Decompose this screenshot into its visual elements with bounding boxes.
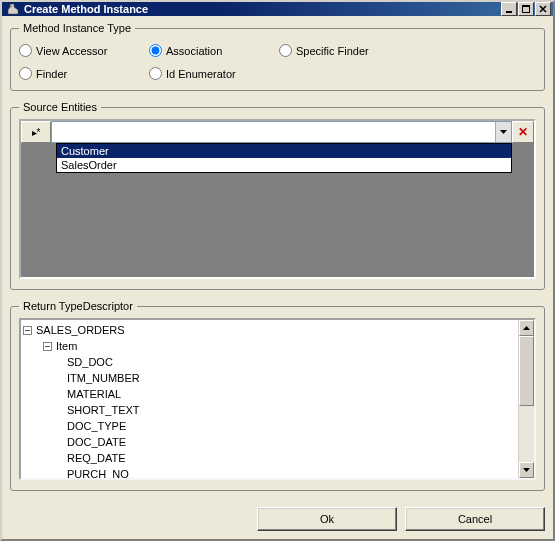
- radio-specific-finder-input[interactable]: [279, 44, 292, 57]
- cancel-button[interactable]: Cancel: [405, 507, 545, 531]
- minimize-button[interactable]: [501, 2, 517, 16]
- source-entities-grid: ▸* ✕ Customer SalesOrder: [19, 119, 536, 279]
- radio-finder[interactable]: Finder: [19, 67, 149, 80]
- source-entities-group: Source Entities ▸* ✕ Customer: [10, 101, 545, 290]
- close-button[interactable]: [535, 2, 551, 16]
- return-type-legend: Return TypeDescriptor: [19, 300, 137, 312]
- maximize-button[interactable]: [518, 2, 534, 16]
- tree-leaf[interactable]: REQ_DATE: [23, 450, 516, 466]
- delete-x-icon: ✕: [518, 125, 528, 139]
- dropdown-item-salesorder[interactable]: SalesOrder: [57, 158, 511, 172]
- radio-association[interactable]: Association: [149, 44, 279, 57]
- svg-rect-2: [522, 5, 530, 7]
- return-type-group: Return TypeDescriptor − SALES_ORDERS − I…: [10, 300, 545, 491]
- scroll-thumb[interactable]: [519, 336, 534, 406]
- titlebar-text: Create Method Instance: [24, 3, 500, 15]
- tree-item[interactable]: − Item: [23, 338, 516, 354]
- tree-leaf[interactable]: DOC_TYPE: [23, 418, 516, 434]
- delete-row-button[interactable]: ✕: [512, 121, 534, 143]
- tree-leaf[interactable]: MATERIAL: [23, 386, 516, 402]
- expander-minus-icon[interactable]: −: [43, 342, 52, 351]
- row-header[interactable]: ▸*: [21, 121, 51, 143]
- type-tree: − SALES_ORDERS − Item SD_DOC ITM_NUMBER …: [19, 318, 536, 480]
- tree-root[interactable]: − SALES_ORDERS: [23, 322, 516, 338]
- minimize-icon: [505, 5, 513, 13]
- app-icon: [6, 2, 20, 16]
- radio-finder-input[interactable]: [19, 67, 32, 80]
- entity-combo[interactable]: [51, 121, 512, 143]
- radio-id-enumerator[interactable]: Id Enumerator: [149, 67, 279, 80]
- radio-view-accessor-input[interactable]: [19, 44, 32, 57]
- radio-association-input[interactable]: [149, 44, 162, 57]
- method-type-legend: Method Instance Type: [19, 22, 135, 34]
- svg-rect-0: [506, 11, 512, 13]
- scroll-up-button[interactable]: [519, 320, 534, 336]
- entity-combo-input[interactable]: [52, 122, 495, 142]
- tree-leaf[interactable]: PURCH_NO: [23, 466, 516, 478]
- close-icon: [539, 5, 547, 13]
- radio-view-accessor[interactable]: View Accessor: [19, 44, 149, 57]
- dialog-window: Create Method Instance Method Instance T…: [0, 0, 555, 541]
- tree-leaf[interactable]: SHORT_TEXT: [23, 402, 516, 418]
- dropdown-item-customer[interactable]: Customer: [57, 144, 511, 158]
- method-type-group: Method Instance Type View Accessor Assoc…: [10, 22, 545, 91]
- chevron-up-icon: [523, 326, 530, 330]
- scroll-down-button[interactable]: [519, 462, 534, 478]
- entity-dropdown: Customer SalesOrder: [56, 143, 512, 173]
- maximize-icon: [522, 5, 530, 13]
- titlebar[interactable]: Create Method Instance: [2, 2, 553, 16]
- chevron-down-icon: [523, 468, 530, 472]
- tree-scrollbar[interactable]: [518, 320, 534, 478]
- ok-button[interactable]: Ok: [257, 507, 397, 531]
- tree-leaf[interactable]: DOC_DATE: [23, 434, 516, 450]
- tree-leaf[interactable]: ITM_NUMBER: [23, 370, 516, 386]
- radio-id-enumerator-input[interactable]: [149, 67, 162, 80]
- chevron-down-icon: [500, 130, 507, 134]
- expander-minus-icon[interactable]: −: [23, 326, 32, 335]
- tree-leaf[interactable]: SD_DOC: [23, 354, 516, 370]
- source-entities-legend: Source Entities: [19, 101, 101, 113]
- radio-specific-finder[interactable]: Specific Finder: [279, 44, 409, 57]
- combo-dropdown-button[interactable]: [495, 122, 511, 142]
